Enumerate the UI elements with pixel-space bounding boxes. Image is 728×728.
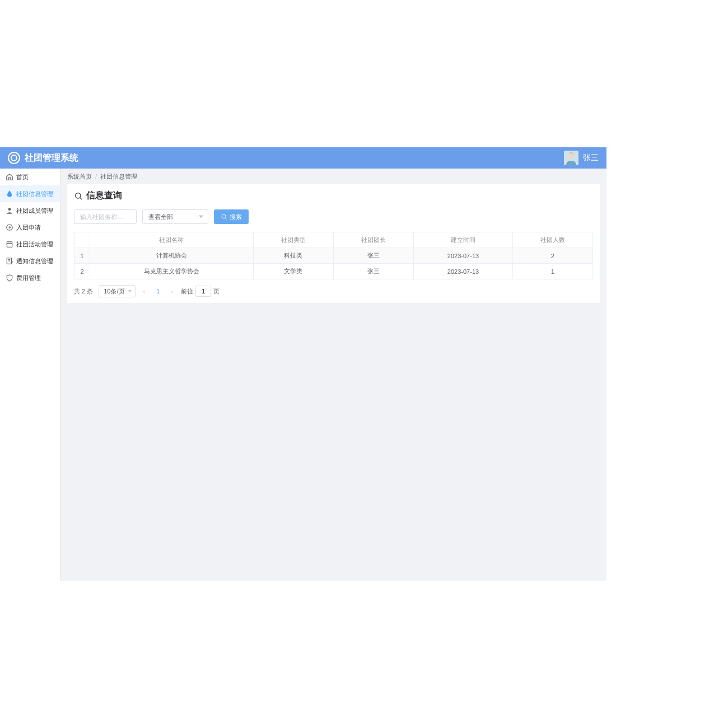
table-row[interactable]: 1 计算机协会 科技类 张三 2023-07-13 2 <box>74 248 593 264</box>
club-name-input[interactable] <box>74 209 137 224</box>
sidebar-item-label: 社团信息管理 <box>16 190 53 198</box>
club-type-select[interactable]: 查看全部 <box>142 209 208 224</box>
app-title: 社团管理系统 <box>25 152 78 164</box>
breadcrumb-current: 社团信息管理 <box>100 172 137 181</box>
pagination-total: 共 2 条 <box>74 287 93 296</box>
sidebar-item-fee[interactable]: 费用管理 <box>0 269 60 286</box>
sidebar-item-members[interactable]: 社团成员管理 <box>0 202 60 219</box>
table-header-type: 社团类型 <box>253 232 333 248</box>
sidebar-item-activities[interactable]: 社团活动管理 <box>0 236 60 253</box>
goto-input[interactable] <box>195 286 211 297</box>
next-page-button[interactable]: › <box>169 288 175 295</box>
person-icon <box>6 207 13 214</box>
table-header-leader: 社团团长 <box>334 232 414 248</box>
page-number[interactable]: 1 <box>153 288 163 295</box>
pagination: 共 2 条 10条/页 ‹ 1 › 前往 页 <box>74 285 593 297</box>
home-icon <box>6 173 13 181</box>
sidebar-item-label: 首页 <box>16 173 29 181</box>
svg-point-2 <box>8 208 11 211</box>
page-size-select[interactable]: 10条/页 <box>99 285 135 297</box>
avatar[interactable] <box>564 151 578 165</box>
prev-page-button[interactable]: ‹ <box>141 288 148 295</box>
goto-suffix: 页 <box>213 287 220 296</box>
svg-rect-4 <box>7 242 12 247</box>
sidebar-item-label: 通知信息管理 <box>16 257 53 265</box>
app-header: 社团管理系统 张三 <box>0 147 606 169</box>
search-icon <box>221 213 227 220</box>
table-header-name: 社团名称 <box>90 232 254 248</box>
sidebar: 首页 社团信息管理 社团成员管理 入团申请 <box>0 169 60 581</box>
note-check-icon <box>6 257 13 265</box>
panel-title: 信息查询 <box>74 190 593 202</box>
svg-point-1 <box>568 153 574 159</box>
club-table: 社团名称 社团类型 社团团长 建立时间 社团人数 1 计算机协会 科技类 张三 <box>74 232 593 279</box>
logo-icon <box>8 152 20 164</box>
breadcrumb-separator: / <box>95 173 97 180</box>
goto-prefix: 前往 <box>181 287 193 296</box>
table-header-date: 建立时间 <box>414 232 512 248</box>
sidebar-item-label: 费用管理 <box>16 274 41 282</box>
shield-icon <box>6 274 13 282</box>
arrow-circle-icon <box>6 223 13 231</box>
sidebar-item-club-info[interactable]: 社团信息管理 <box>0 185 60 202</box>
info-drop-icon <box>6 190 13 198</box>
search-button[interactable]: 搜索 <box>214 209 249 224</box>
table-header-index <box>74 232 90 248</box>
sidebar-item-label: 入团申请 <box>16 223 41 232</box>
table-row[interactable]: 2 马克思主义哲学协会 文学类 张三 2023-07-13 1 <box>74 264 593 279</box>
sidebar-item-notice[interactable]: 通知信息管理 <box>0 253 60 269</box>
sidebar-item-label: 社团成员管理 <box>16 207 53 215</box>
svg-point-7 <box>222 214 226 218</box>
sidebar-item-home[interactable]: 首页 <box>0 169 60 185</box>
breadcrumb-home[interactable]: 系统首页 <box>67 172 92 181</box>
sidebar-item-label: 社团活动管理 <box>16 240 53 249</box>
table-header-count: 社团人数 <box>512 232 592 248</box>
username: 张三 <box>583 153 599 163</box>
calendar-icon <box>6 240 13 248</box>
svg-point-6 <box>76 193 81 198</box>
sidebar-item-apply[interactable]: 入团申请 <box>0 219 60 236</box>
search-icon <box>74 192 83 200</box>
breadcrumb: 系统首页 / 社团信息管理 <box>60 169 606 184</box>
